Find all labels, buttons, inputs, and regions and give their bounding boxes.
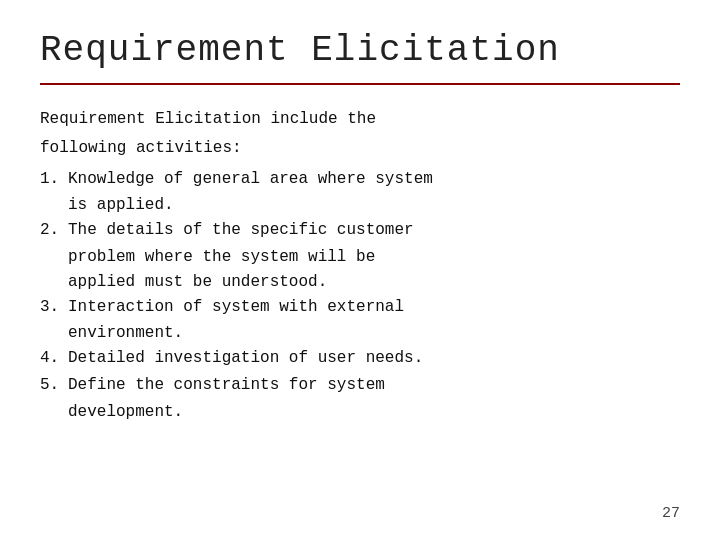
page-number: 27	[662, 505, 680, 522]
slide-content: Requirement Elicitation include the foll…	[40, 107, 680, 425]
item-3-number: 3.	[40, 295, 68, 320]
list-item-5: 5. Define the constraints for system dev…	[40, 373, 680, 425]
item-5-line-1: Define the constraints for system	[68, 373, 385, 398]
item-1-line-1: Knowledge of general area where system	[68, 167, 433, 192]
intro-line-1: Requirement Elicitation include the	[40, 107, 680, 132]
item-4-line-1: Detailed investigation of user needs.	[68, 346, 423, 371]
item-2-line-1: The details of the specific customer	[68, 218, 414, 243]
item-1-number: 1.	[40, 167, 68, 192]
list-item-2: 2. The details of the specific customer …	[40, 218, 680, 294]
list-item: 1. Knowledge of general area where syste…	[40, 167, 680, 219]
list-item-4: 4. Detailed investigation of user needs.	[40, 346, 680, 371]
item-3-line-1: Interaction of system with external	[68, 295, 404, 320]
list-container: 1. Knowledge of general area where syste…	[40, 167, 680, 425]
slide-title: Requirement Elicitation	[40, 30, 680, 71]
intro-line-2: following activities:	[40, 136, 680, 161]
list-item-3: 3. Interaction of system with external e…	[40, 295, 680, 347]
item-1-continuation: is applied.	[40, 193, 680, 218]
item-3-continuation: environment.	[40, 321, 680, 346]
item-4-number: 4.	[40, 346, 68, 371]
title-divider	[40, 83, 680, 85]
item-2-continuation-2: applied must be understood.	[40, 270, 680, 295]
slide: Requirement Elicitation Requirement Elic…	[0, 0, 720, 540]
item-5-number: 5.	[40, 373, 68, 398]
item-2-continuation-1: problem where the system will be	[40, 245, 680, 270]
item-2-number: 2.	[40, 218, 68, 243]
item-5-continuation: development.	[40, 400, 680, 425]
